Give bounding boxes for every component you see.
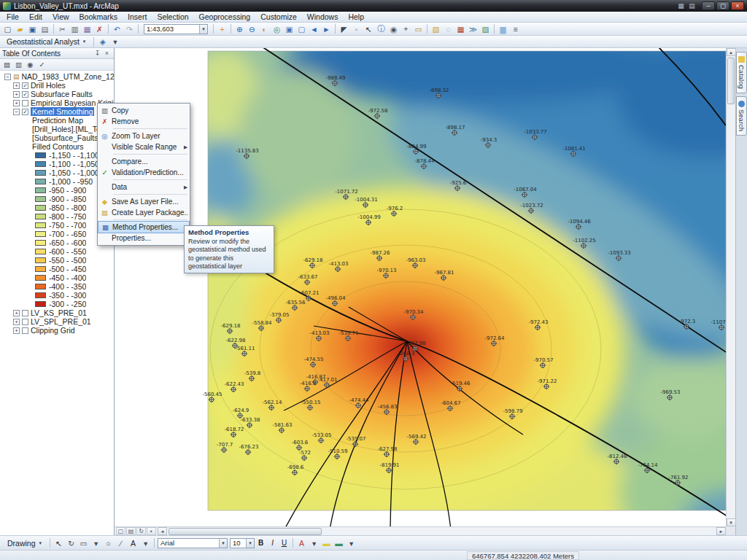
layer-checkbox[interactable]	[22, 100, 28, 106]
chevron-down-icon[interactable]: ▾	[219, 539, 227, 548]
scroll-right-icon[interactable]: ►	[716, 527, 726, 535]
tab-search[interactable]: Search	[736, 96, 747, 136]
close-button[interactable]: ×	[731, 1, 744, 10]
open-folder-icon[interactable]: ▰	[14, 23, 26, 34]
shape-tool-icon[interactable]: ▭	[77, 537, 90, 548]
window-gadget-icon[interactable]: ▦	[676, 2, 686, 9]
line-color-icon[interactable]: ▬	[333, 537, 345, 548]
vertical-scrollbar[interactable]: ▲ ▼	[726, 48, 735, 526]
pin-icon[interactable]: ↧	[93, 50, 102, 57]
vertical-scroll-thumb[interactable]	[727, 58, 735, 104]
chevron-down-icon[interactable]: ▾	[90, 537, 102, 548]
fixed-zoom-in-icon[interactable]: ▣	[283, 23, 295, 34]
map-viewport[interactable]: -988.49-898.32-972.58-1181.57-1176.41-89…	[115, 48, 726, 526]
scroll-down-icon[interactable]: ▼	[727, 518, 736, 526]
line-tool-icon[interactable]: ∕	[115, 537, 127, 548]
context-menu-item-method-properties[interactable]: ▦Method Properties...	[98, 222, 189, 233]
zoom-in-icon[interactable]: ⊕	[233, 23, 246, 34]
search-window-icon[interactable]: ◌	[442, 23, 454, 34]
list-by-drawing-order-icon[interactable]: ▤	[1, 60, 12, 69]
font-name-combo[interactable]: Arial ▾	[158, 538, 228, 548]
expand-toggle-icon[interactable]: +	[13, 327, 20, 334]
drawing-menu-button[interactable]: Drawing ▾	[2, 537, 47, 549]
expand-toggle-icon[interactable]: −	[4, 74, 11, 80]
python-window-icon[interactable]: ≫	[467, 23, 479, 34]
measure-icon[interactable]: ▭	[412, 23, 425, 34]
scroll-up-icon[interactable]: ▲	[727, 48, 736, 56]
toc-row-350-300[interactable]: -350 - -300	[0, 291, 114, 300]
text-tool-icon[interactable]: A	[127, 537, 139, 548]
tab-catalog[interactable]: Catalog	[736, 52, 747, 93]
menu-view[interactable]: View	[47, 12, 74, 21]
menu-windows[interactable]: Windows	[302, 12, 344, 21]
expand-toggle-icon[interactable]: +	[13, 310, 20, 316]
menu-edit[interactable]: Edit	[24, 12, 47, 21]
context-menu-item-properties[interactable]: Properties...	[98, 233, 190, 244]
toc-row-300-250[interactable]: -300 - -250	[0, 300, 114, 308]
menu-geoprocessing[interactable]: Geoprocessing	[194, 12, 256, 21]
find-icon[interactable]: ◉	[387, 23, 400, 34]
context-menu-item-data[interactable]: Data▶	[98, 182, 190, 192]
window-gadget-icon[interactable]: ▤	[686, 2, 697, 9]
context-menu-item-zoom-to-layer[interactable]: ◎Zoom To Layer	[98, 131, 190, 141]
layer-checkbox[interactable]	[22, 319, 28, 325]
context-menu-item-create-layer-package[interactable]: ▤Create Layer Package...	[98, 207, 190, 218]
menu-help[interactable]: Help	[343, 12, 369, 21]
rotate-icon[interactable]: ↻	[65, 537, 77, 548]
add-data-icon[interactable]: +	[216, 23, 228, 34]
minimize-button[interactable]: –	[702, 1, 715, 10]
chevron-down-icon[interactable]: ▾	[139, 537, 152, 548]
model-builder-icon[interactable]: ▨	[479, 23, 492, 34]
menu-selection[interactable]: Selection	[152, 12, 193, 21]
arctoolbox-icon[interactable]: ▦	[454, 23, 467, 34]
full-extent-icon[interactable]: ◎	[271, 23, 283, 34]
refresh-view-button[interactable]: ↻	[136, 527, 146, 535]
context-menu-item-validation-prediction[interactable]: ✓Validation/Prediction...	[98, 167, 190, 178]
forward-extent-icon[interactable]: ►	[320, 23, 333, 34]
context-menu-item-copy[interactable]: ▥Copy	[98, 105, 190, 116]
fixed-zoom-out-icon[interactable]: ▢	[295, 23, 308, 34]
toc-row-400-350[interactable]: -400 - -350	[0, 282, 114, 291]
data-view-button[interactable]: ▢	[116, 527, 125, 535]
context-menu-item-compare[interactable]: Compare...	[98, 156, 190, 167]
go-to-xy-icon[interactable]: ⌖	[400, 23, 412, 34]
toc-row-600-550[interactable]: -600 - -550	[0, 247, 114, 256]
context-menu-item-visible-scale-range[interactable]: Visible Scale Range▶	[98, 141, 190, 152]
expand-toggle-icon[interactable]: +	[13, 100, 20, 106]
underline-button[interactable]: U	[279, 537, 290, 548]
list-by-selection-icon[interactable]: ✓	[36, 60, 47, 69]
identify-icon[interactable]: ⓘ	[375, 23, 387, 34]
select-features-icon[interactable]: ◤	[338, 23, 350, 34]
context-menu-item-save-as-layer-file[interactable]: ◆Save As Layer File...	[98, 196, 190, 207]
toc-row-nad-1983-utm-zone-12n[interactable]: −▤NAD_1983_UTM_Zone_12N	[0, 72, 114, 81]
layer-checkbox[interactable]: ✓	[22, 82, 28, 89]
paste-icon[interactable]: ▦	[81, 23, 93, 34]
save-icon[interactable]: ▣	[26, 23, 39, 34]
menu-file[interactable]: File	[1, 12, 24, 21]
back-extent-icon[interactable]: ◄	[308, 23, 320, 34]
font-color-icon[interactable]: A	[295, 537, 308, 548]
undo-icon[interactable]: ↶	[111, 23, 123, 34]
copy-icon[interactable]: ▥	[69, 23, 81, 34]
ellipse-tool-icon[interactable]: ○	[102, 537, 115, 548]
pause-drawing-button[interactable]: ▪	[147, 527, 156, 535]
list-by-visibility-icon[interactable]: ◉	[25, 60, 36, 69]
toc-row-subsurface-faults[interactable]: +✓Subsurface Faults	[0, 90, 114, 98]
select-elements-icon[interactable]: ↖	[53, 537, 65, 548]
toc-row-drill-holes[interactable]: +✓Drill Holes	[0, 81, 114, 90]
zoom-out-icon[interactable]: ⊖	[246, 23, 258, 34]
expand-toggle-icon[interactable]: +	[13, 91, 20, 98]
scale-combo[interactable]: 1:43,603 ▾	[144, 24, 208, 34]
menu-customize[interactable]: Customize	[255, 12, 302, 21]
maximize-button[interactable]: ▢	[716, 1, 729, 10]
layer-checkbox[interactable]: ✓	[22, 109, 28, 115]
highlighter-icon[interactable]: ▬	[320, 537, 333, 548]
scroll-left-icon[interactable]: ◄	[158, 527, 167, 535]
catalog-window-icon[interactable]: ▧	[430, 23, 442, 34]
chevron-down-icon[interactable]: ▾	[308, 537, 320, 548]
italic-button[interactable]: I	[267, 537, 278, 548]
pan-icon[interactable]: ◐	[258, 23, 271, 34]
geostat-wizard-icon[interactable]: ◈	[96, 36, 109, 47]
layout-view-button[interactable]: ▤	[126, 527, 136, 535]
toc-row-450-400[interactable]: -450 - -400	[0, 273, 114, 282]
